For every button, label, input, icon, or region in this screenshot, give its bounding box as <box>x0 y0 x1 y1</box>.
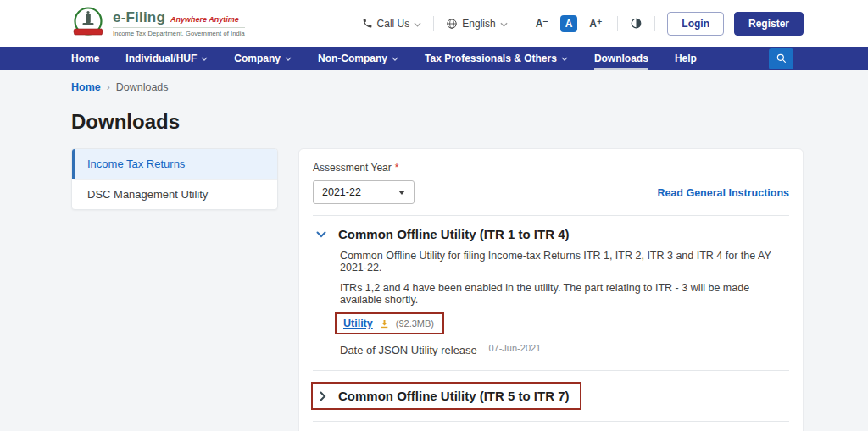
chevron-down-icon <box>285 57 292 61</box>
contrast-toggle-button[interactable] <box>630 17 643 30</box>
sidebar-item-label: Income Tax Returns <box>87 157 185 170</box>
caret-down-icon <box>398 191 405 195</box>
breadcrumb-current: Downloads <box>116 81 169 93</box>
call-us-menu[interactable]: Call Us <box>362 18 422 30</box>
chevron-down-icon <box>561 57 568 61</box>
section-itr5-to-itr7-highlight-box: Common Offline Utility (ITR 5 to ITR 7) <box>311 382 581 410</box>
assessment-year-select[interactable]: 2021-22 <box>313 180 415 204</box>
section-description: ITRs 1,2 and 4 have been enabled in the … <box>340 282 789 306</box>
national-emblem-icon <box>71 6 105 41</box>
site-logo[interactable]: e-Filing Anywhere Anytime Income Tax Dep… <box>71 6 245 41</box>
page-content: Home › Downloads Downloads Income Tax Re… <box>0 70 868 431</box>
nav-label: Non-Company <box>318 52 387 64</box>
section-description: Common Offline Utility for filing Income… <box>340 250 789 274</box>
nav-item-company[interactable]: Company <box>234 47 292 70</box>
sidebar-item-income-tax-returns[interactable]: Income Tax Returns <box>72 149 277 179</box>
breadcrumb-separator: › <box>107 81 110 93</box>
divider <box>313 215 789 216</box>
divider <box>313 370 789 371</box>
assessment-year-label: Assessment Year* <box>313 162 415 174</box>
logo-text: e-Filing Anywhere Anytime Income Tax Dep… <box>113 9 245 37</box>
chevron-down-icon <box>414 22 421 27</box>
brand-subtitle: Income Tax Department, Government of Ind… <box>113 30 245 37</box>
release-date-value: 07-Jun-2021 <box>488 343 541 353</box>
divider <box>520 16 520 31</box>
main-nav: Home Individual/HUF Company Non-Company … <box>0 47 868 70</box>
section-title: Common Offline Utility (ITR 5 to ITR 7) <box>338 389 570 403</box>
call-us-label: Call Us <box>377 18 410 30</box>
chevron-down-icon <box>201 57 208 61</box>
brand-name: e-Filing <box>113 9 165 26</box>
phone-icon <box>362 18 373 29</box>
nav-label: Downloads <box>594 52 648 64</box>
divider <box>617 16 618 31</box>
chevron-down-icon <box>316 231 326 238</box>
nav-item-non-company[interactable]: Non-Company <box>318 47 398 70</box>
section-itr1-to-itr4-body: Common Offline Utility for filing Income… <box>340 250 789 356</box>
required-asterisk: * <box>395 162 399 174</box>
divider <box>313 421 789 422</box>
downloads-sidebar: Income Tax Returns DSC Management Utilit… <box>71 148 278 210</box>
brand-tagline: Anywhere Anytime <box>170 15 239 24</box>
nav-label: Home <box>71 52 99 64</box>
nav-label: Help <box>675 52 697 64</box>
register-button[interactable]: Register <box>734 12 804 36</box>
release-date-row: Date of JSON Utility release 07-Jun-2021 <box>340 343 789 356</box>
section-itr1-to-itr4-header[interactable]: Common Offline Utility (ITR 1 to ITR 4) <box>316 227 789 241</box>
download-icon <box>379 318 390 329</box>
nav-item-home[interactable]: Home <box>71 47 99 70</box>
page-title: Downloads <box>71 110 804 134</box>
font-size-increase-button[interactable]: A⁺ <box>586 15 605 32</box>
nav-label: Tax Professionals & Others <box>425 52 557 64</box>
chevron-down-icon <box>392 57 398 61</box>
nav-item-downloads[interactable]: Downloads <box>594 47 648 70</box>
search-button[interactable] <box>769 48 793 69</box>
sidebar-item-label: DSC Management Utility <box>87 188 208 201</box>
chevron-right-icon <box>320 391 326 401</box>
nav-item-help[interactable]: Help <box>675 47 697 70</box>
font-size-decrease-button[interactable]: A⁻ <box>532 15 552 32</box>
top-header: e-Filing Anywhere Anytime Income Tax Dep… <box>0 0 868 47</box>
utility-download-highlight-box: Utility (92.3MB) <box>335 312 444 334</box>
divider <box>654 16 655 31</box>
sidebar-item-dsc-management-utility[interactable]: DSC Management Utility <box>72 179 277 209</box>
release-date-label: Date of JSON Utility release <box>340 344 477 356</box>
nav-item-individual-huf[interactable]: Individual/HUF <box>125 47 208 70</box>
downloads-panel: Assessment Year* 2021-22 Read General In… <box>298 148 804 431</box>
contrast-icon <box>630 17 643 30</box>
nav-label: Individual/HUF <box>125 52 197 64</box>
divider <box>433 16 434 31</box>
read-general-instructions-link[interactable]: Read General Instructions <box>657 187 789 199</box>
assessment-year-field: Assessment Year* 2021-22 <box>313 162 415 204</box>
login-button[interactable]: Login <box>667 12 724 36</box>
breadcrumb: Home › Downloads <box>71 81 804 93</box>
language-label: English <box>462 18 495 30</box>
header-actions: Call Us English A⁻ A A⁺ <box>362 12 804 36</box>
utility-download-link[interactable]: Utility <box>343 318 373 329</box>
font-size-normal-button[interactable]: A <box>560 15 578 32</box>
search-icon <box>776 52 787 64</box>
assessment-year-value: 2021-22 <box>322 186 361 198</box>
nav-item-tax-professionals[interactable]: Tax Professionals & Others <box>425 47 568 70</box>
nav-label: Company <box>234 52 281 64</box>
section-itr5-to-itr7-header[interactable]: Common Offline Utility (ITR 5 to ITR 7) <box>320 389 570 403</box>
language-menu[interactable]: English <box>446 18 507 30</box>
breadcrumb-home-link[interactable]: Home <box>71 81 101 93</box>
download-file-size: (92.3MB) <box>396 318 434 329</box>
chevron-down-icon <box>500 22 508 27</box>
section-title: Common Offline Utility (ITR 1 to ITR 4) <box>338 227 570 241</box>
globe-icon <box>446 18 458 30</box>
